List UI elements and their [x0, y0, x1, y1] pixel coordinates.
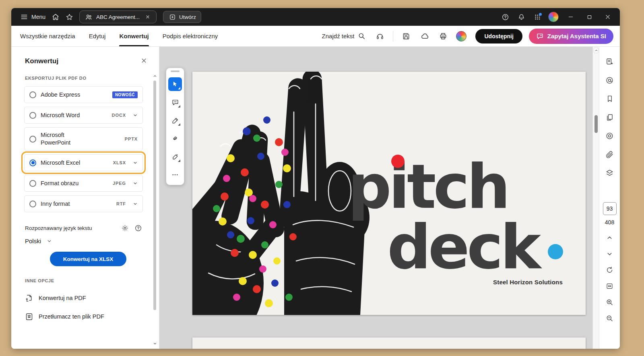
zoom-in-button[interactable] — [603, 296, 617, 308]
previous-page-button[interactable] — [603, 231, 617, 244]
document-tab[interactable]: ABC Agreement... — [79, 10, 157, 23]
quick-tools-toolbar — [166, 68, 184, 185]
plus-icon — [168, 13, 176, 21]
lasso-draw-tool[interactable] — [168, 132, 182, 145]
option-powerpoint[interactable]: Microsoft PowerPoint PPTX — [24, 127, 143, 151]
scroll-up-arrow[interactable] — [153, 73, 157, 79]
radio-other[interactable] — [29, 201, 36, 207]
toolbar-drag-handle[interactable] — [171, 70, 180, 72]
share-button[interactable]: Udostępnij — [475, 29, 522, 43]
panel-title: Konwertuj — [25, 57, 58, 65]
help-circle-icon — [134, 224, 142, 232]
highlight-pen-tool[interactable] — [168, 114, 182, 127]
tab-all-tools[interactable]: Wszystkie narzędzia — [20, 26, 75, 46]
menu-button[interactable]: Menu — [17, 10, 49, 23]
panel-scrollbar[interactable] — [153, 73, 157, 346]
total-pages: 408 — [605, 219, 614, 226]
window-minimize-button[interactable] — [563, 10, 579, 23]
scroll-down-arrow[interactable] — [153, 341, 157, 346]
document-tab-title: ABC Agreement... — [96, 14, 140, 20]
attachments-panel-button[interactable] — [602, 147, 617, 161]
ribbon-tabs: Wszystkie narzędzia Edytuj Konwertuj Pod… — [20, 26, 218, 46]
actual-size-button[interactable] — [603, 279, 617, 292]
radio-adobe-express[interactable] — [29, 91, 36, 98]
radio-word[interactable] — [29, 112, 36, 119]
create-button[interactable]: Utwórz — [163, 11, 201, 23]
option-image-format[interactable]: Format obrazu JPEG — [24, 175, 143, 192]
radio-powerpoint[interactable] — [29, 136, 36, 143]
more-tools-button[interactable] — [168, 168, 182, 182]
home-button[interactable] — [49, 10, 62, 23]
collab-avatar-button[interactable] — [454, 30, 468, 43]
language-select[interactable]: Polski — [25, 238, 52, 244]
favorite-star-button[interactable] — [62, 10, 76, 23]
panel-close-button[interactable] — [141, 58, 147, 65]
find-text-button[interactable]: Znajdź tekst — [319, 30, 369, 42]
bookmarks-panel-button[interactable] — [602, 92, 617, 106]
rotate-page-button[interactable] — [603, 263, 617, 276]
scrollbar-thumb[interactable] — [153, 81, 156, 310]
main-toolbar: Wszystkie narzędzia Edytuj Konwertuj Pod… — [11, 26, 620, 47]
radio-image[interactable] — [29, 180, 36, 187]
layers-panel-button[interactable] — [602, 166, 617, 180]
pages-icon — [605, 113, 614, 122]
tab-esign[interactable]: Podpis elektroniczny — [163, 26, 218, 46]
window-close-button[interactable] — [600, 10, 616, 23]
apps-grid-button[interactable] — [530, 10, 544, 23]
viewer-scrollbar[interactable] — [592, 47, 599, 349]
option-word[interactable]: Microsoft Word DOCX — [24, 107, 143, 124]
cloud-icon — [421, 32, 429, 40]
viewer-scrollbar-thumb[interactable] — [594, 115, 598, 133]
headphones-icon — [376, 32, 384, 40]
notifications-button[interactable] — [514, 10, 528, 23]
save-button[interactable] — [399, 29, 413, 43]
chevron-down-icon[interactable] — [133, 181, 138, 186]
convert-to-xlsx-button[interactable]: Konwertuj na XLSX — [50, 252, 126, 266]
convert-to-pdf-item[interactable]: Konwertuj na PDF — [25, 289, 145, 307]
viewer-scroll-up[interactable] — [594, 48, 599, 53]
radio-excel-selected[interactable] — [29, 159, 36, 166]
paperclip-icon — [605, 150, 614, 159]
document-page[interactable]: pitch deck Steel Horizon Solutions — [192, 72, 586, 315]
print-button[interactable] — [436, 29, 450, 43]
hamburger-icon — [20, 13, 28, 21]
help-button[interactable] — [498, 10, 512, 23]
sign-tool[interactable] — [168, 150, 182, 164]
chevron-down-icon[interactable] — [133, 201, 138, 206]
excel-highlight-box: Microsoft Excel XLSX — [24, 154, 143, 171]
tool-flyout-indicator — [178, 105, 180, 108]
page-thumbnails-button[interactable] — [602, 110, 617, 124]
ai-summary-button[interactable] — [602, 55, 617, 68]
cloud-save-button[interactable] — [417, 29, 432, 43]
window-maximize-button[interactable] — [581, 10, 597, 23]
create-label: Utwórz — [179, 14, 196, 20]
translate-pdf-item[interactable]: Przetłumacz ten plik PDF — [25, 307, 145, 326]
read-aloud-button[interactable] — [373, 29, 387, 43]
pdf-viewer[interactable]: pitch deck Steel Horizon Solutions — [159, 47, 599, 349]
tool-flyout-indicator — [178, 87, 180, 89]
option-excel[interactable]: Microsoft Excel XLSX — [24, 154, 143, 171]
close-tab-button[interactable] — [143, 12, 152, 21]
ocr-help-button[interactable] — [134, 224, 143, 233]
zoom-out-button[interactable] — [603, 312, 617, 325]
comments-panel-button[interactable] — [602, 73, 617, 87]
chevron-down-icon[interactable] — [133, 160, 138, 165]
next-page-edge[interactable] — [192, 337, 586, 349]
target-tools-button[interactable] — [602, 129, 617, 143]
tab-convert[interactable]: Konwertuj — [119, 26, 149, 46]
comment-tool[interactable] — [168, 95, 182, 109]
option-adobe-express[interactable]: Adobe Express NOWOŚĆ — [24, 86, 143, 103]
ocr-settings-button[interactable] — [120, 224, 130, 233]
select-tool[interactable] — [168, 77, 182, 91]
option-other-format[interactable]: Inny format RTF — [24, 195, 143, 212]
tab-edit[interactable]: Edytuj — [89, 26, 106, 46]
chevron-down-icon[interactable] — [133, 113, 138, 118]
collab-avatar — [456, 31, 466, 41]
ai-assistant-button[interactable]: Zapytaj Asystenta SI — [529, 29, 613, 44]
current-page-input[interactable]: 93 — [603, 202, 617, 215]
next-page-button[interactable] — [603, 247, 617, 260]
bell-icon — [517, 13, 525, 21]
new-badge: NOWOŚĆ — [112, 91, 138, 98]
account-avatar-button[interactable] — [547, 10, 560, 23]
menu-label: Menu — [31, 14, 45, 20]
